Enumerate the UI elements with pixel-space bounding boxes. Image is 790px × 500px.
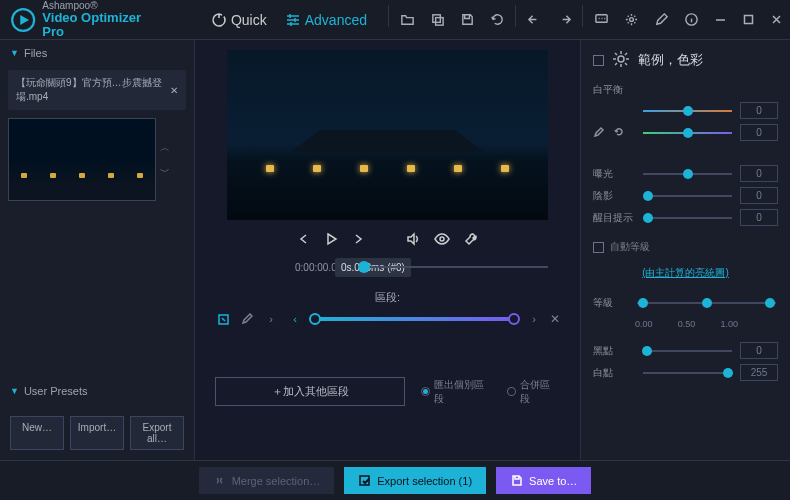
- merge-segments-radio[interactable]: 合併區段: [507, 378, 560, 406]
- thumb-up-icon[interactable]: ︿: [160, 141, 170, 155]
- playback-controls: [195, 224, 580, 256]
- file-remove-icon[interactable]: ✕: [170, 85, 178, 96]
- chevron-down-icon: ▼: [10, 48, 19, 58]
- right-panel: 範例，色彩 白平衡 0 0 曝光 0 陰影 0 醒目提示: [580, 40, 790, 460]
- eye-icon[interactable]: [434, 232, 450, 248]
- save-to-button[interactable]: Save to…: [496, 467, 591, 494]
- save-icon[interactable]: [452, 5, 482, 35]
- refresh-icon[interactable]: [482, 5, 512, 35]
- export-individual-radio[interactable]: 匯出個別區段: [421, 378, 493, 406]
- shadows-slider[interactable]: [643, 195, 732, 197]
- video-thumbnail[interactable]: [8, 118, 156, 201]
- blackpoint-value[interactable]: 0: [740, 342, 778, 359]
- svg-rect-7: [744, 16, 752, 24]
- wb-label: 白平衡: [593, 83, 635, 97]
- open-folder-icon[interactable]: [392, 5, 422, 35]
- highlights-slider[interactable]: [643, 217, 732, 219]
- product-name: Video Optimizer Pro: [42, 11, 159, 40]
- close-button[interactable]: [762, 5, 790, 35]
- seek-slider[interactable]: [358, 266, 548, 268]
- export-button[interactable]: Export selection (1): [344, 467, 486, 494]
- prev-frame-icon[interactable]: [298, 233, 310, 247]
- merge-button[interactable]: Merge selection…: [199, 467, 335, 494]
- footer: Merge selection… Export selection (1) Sa…: [0, 460, 790, 500]
- svg-point-11: [618, 56, 624, 62]
- exposure-value[interactable]: 0: [740, 165, 778, 182]
- shadows-label: 陰影: [593, 189, 635, 203]
- advanced-mode-button[interactable]: Advanced: [279, 8, 373, 32]
- segment-remove-icon[interactable]: ✕: [550, 312, 560, 326]
- play-icon[interactable]: [324, 232, 338, 248]
- reset-icon[interactable]: [613, 126, 625, 140]
- highlights-value[interactable]: 0: [740, 209, 778, 226]
- preset-new-button[interactable]: New…: [10, 416, 64, 450]
- volume-icon[interactable]: [406, 232, 420, 248]
- info-icon[interactable]: [676, 5, 706, 35]
- segment-range-slider[interactable]: [311, 317, 518, 321]
- presets-header[interactable]: ▼ User Presets: [0, 378, 194, 404]
- thumb-down-icon[interactable]: ﹀: [160, 165, 170, 179]
- redo-icon[interactable]: [549, 5, 579, 35]
- wb-tint-value[interactable]: 0: [740, 124, 778, 141]
- undo-icon[interactable]: [519, 5, 549, 35]
- wb-tint-slider[interactable]: [643, 132, 732, 134]
- segments-label: 區段:: [195, 278, 580, 311]
- panel-enable-checkbox[interactable]: [593, 55, 604, 66]
- highlights-label: 醒目提示: [593, 211, 635, 225]
- whitepoint-label: 白點: [593, 366, 635, 380]
- exposure-label: 曝光: [593, 167, 635, 181]
- segment-edit-icon[interactable]: [239, 311, 255, 327]
- svg-marker-8: [328, 234, 336, 244]
- minimize-button[interactable]: [706, 5, 734, 35]
- segment-next-icon[interactable]: ›: [263, 311, 279, 327]
- wrench-icon[interactable]: [464, 232, 478, 248]
- svg-point-5: [629, 18, 633, 22]
- whitepoint-slider[interactable]: [643, 372, 732, 374]
- segment-end-icon[interactable]: ›: [526, 311, 542, 327]
- brightness-icon: [612, 50, 630, 70]
- levels-label: 等級: [593, 296, 635, 310]
- levels-slider[interactable]: [637, 302, 776, 304]
- preset-import-button[interactable]: Import…: [70, 416, 124, 450]
- whitepoint-value[interactable]: 255: [740, 364, 778, 381]
- titlebar: Ashampoo® Video Optimizer Pro Quick Adva…: [0, 0, 790, 40]
- segment-marker-icon[interactable]: [215, 311, 231, 327]
- add-segment-button[interactable]: ＋加入其他區段: [215, 377, 405, 406]
- maximize-button[interactable]: [734, 5, 762, 35]
- app-logo: Ashampoo® Video Optimizer Pro: [0, 0, 169, 39]
- edit-icon[interactable]: [646, 5, 676, 35]
- svg-rect-2: [432, 15, 440, 23]
- auto-levels-checkbox[interactable]: 自動等級: [593, 240, 778, 254]
- exposure-slider[interactable]: [643, 173, 732, 175]
- file-item[interactable]: 【玩命關頭9】官方預…步震撼登場.mp4 ✕: [8, 70, 186, 110]
- preset-export-button[interactable]: Export all…: [130, 416, 184, 450]
- blackpoint-slider[interactable]: [643, 350, 732, 352]
- shadows-value[interactable]: 0: [740, 187, 778, 204]
- wb-temp-value[interactable]: 0: [740, 102, 778, 119]
- wb-temp-slider[interactable]: [643, 110, 732, 112]
- video-preview[interactable]: [227, 50, 548, 220]
- copy-icon[interactable]: [422, 5, 452, 35]
- blackpoint-label: 黑點: [593, 344, 635, 358]
- segment-start-icon[interactable]: ‹: [287, 311, 303, 327]
- chevron-down-icon: ▼: [10, 386, 19, 396]
- sidebar: ▼ Files 【玩命關頭9】官方預…步震撼登場.mp4 ✕ ︿ ﹀ ▼ Use…: [0, 40, 195, 460]
- svg-point-9: [440, 237, 444, 241]
- center-panel: 0s.000ms (#0) 0:00:00.000 區段: › ‹ › ✕ ＋加…: [195, 40, 580, 460]
- panel-title: 範例，色彩: [638, 51, 703, 69]
- svg-rect-3: [435, 18, 443, 26]
- quick-mode-button[interactable]: Quick: [205, 8, 273, 32]
- svg-marker-1: [20, 14, 29, 24]
- files-header[interactable]: ▼ Files: [0, 40, 194, 66]
- eyedropper-icon[interactable]: [593, 126, 605, 140]
- next-frame-icon[interactable]: [352, 233, 364, 247]
- chat-icon[interactable]: [586, 5, 616, 35]
- settings-icon[interactable]: [616, 5, 646, 35]
- file-name: 【玩命關頭9】官方預…步震撼登場.mp4: [16, 76, 170, 104]
- histogram-link[interactable]: (由主計算的亮統圖): [593, 266, 778, 280]
